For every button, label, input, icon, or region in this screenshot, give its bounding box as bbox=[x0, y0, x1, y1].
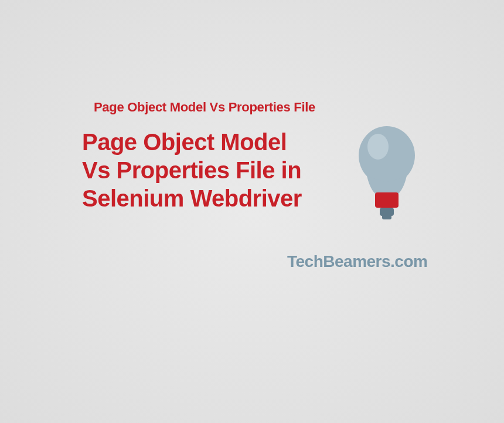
svg-rect-3 bbox=[380, 208, 394, 216]
page-subtitle: Page Object Model Vs Properties File bbox=[94, 100, 434, 115]
svg-rect-2 bbox=[375, 192, 399, 208]
svg-point-1 bbox=[367, 134, 389, 160]
site-brand: TechBeamers.com bbox=[287, 252, 427, 271]
lightbulb-icon bbox=[352, 123, 422, 229]
svg-rect-4 bbox=[382, 215, 391, 219]
